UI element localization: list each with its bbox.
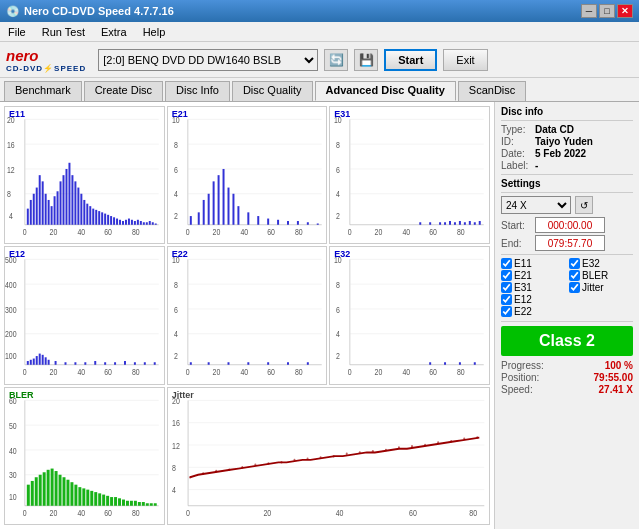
svg-text:20: 20 <box>212 227 220 237</box>
drive-refresh-button[interactable]: 🔄 <box>324 49 348 71</box>
svg-text:60: 60 <box>267 227 275 237</box>
svg-rect-159 <box>154 363 156 365</box>
speed-select[interactable]: 24 X 4 X8 X16 X24 X32 X40 X48 X <box>501 196 571 214</box>
svg-text:80: 80 <box>457 227 465 237</box>
checkbox-bler-input[interactable] <box>569 270 580 281</box>
save-button[interactable]: 💾 <box>354 49 378 71</box>
info-id-row: ID: Taiyo Yuden <box>501 136 633 147</box>
menu-help[interactable]: Help <box>139 24 170 40</box>
svg-rect-34 <box>77 188 79 225</box>
svg-rect-203 <box>459 363 461 365</box>
svg-rect-181 <box>267 363 269 365</box>
info-id-value: Taiyo Yuden <box>535 136 593 147</box>
svg-text:80: 80 <box>132 508 140 518</box>
svg-point-291 <box>424 443 426 445</box>
info-type-row: Type: Data CD <box>501 124 633 135</box>
start-time-input[interactable] <box>535 217 605 233</box>
svg-rect-81 <box>207 194 209 225</box>
svg-rect-50 <box>125 220 127 225</box>
svg-rect-82 <box>212 181 214 224</box>
svg-text:80: 80 <box>295 367 303 377</box>
svg-rect-51 <box>128 219 130 225</box>
svg-rect-224 <box>35 477 38 506</box>
svg-text:12: 12 <box>172 441 180 451</box>
svg-rect-243 <box>110 497 113 506</box>
checkbox-e32-input[interactable] <box>569 258 580 269</box>
maximize-button[interactable]: □ <box>599 4 615 18</box>
menu-extra[interactable]: Extra <box>97 24 131 40</box>
drive-select[interactable]: [2:0] BENQ DVD DD DW1640 BSLB <box>98 49 318 71</box>
svg-rect-32 <box>71 175 73 225</box>
svg-rect-78 <box>189 216 191 225</box>
svg-rect-149 <box>55 361 57 365</box>
svg-text:4: 4 <box>172 485 176 495</box>
menu-bar: File Run Test Extra Help <box>0 22 639 42</box>
svg-point-276 <box>228 468 230 470</box>
svg-point-280 <box>280 461 282 463</box>
checkbox-e22-input[interactable] <box>501 306 512 317</box>
svg-text:60: 60 <box>429 227 437 237</box>
svg-rect-54 <box>137 220 139 225</box>
tab-scan-disc[interactable]: ScanDisc <box>458 81 526 101</box>
chart-e32-title: E32 <box>334 249 350 259</box>
tab-advanced-disc-quality[interactable]: Advanced Disc Quality <box>315 81 456 101</box>
svg-rect-156 <box>124 361 126 365</box>
svg-rect-33 <box>74 181 76 224</box>
checkbox-e11-input[interactable] <box>501 258 512 269</box>
menu-run-test[interactable]: Run Test <box>38 24 89 40</box>
svg-point-283 <box>319 456 321 458</box>
menu-file[interactable]: File <box>4 24 30 40</box>
main-content: E11 20 16 12 8 4 0 20 40 60 <box>0 102 639 529</box>
end-time-input[interactable] <box>535 235 605 251</box>
app-icon: 💿 <box>6 5 20 18</box>
svg-rect-142 <box>30 360 32 365</box>
end-time-label: End: <box>501 238 531 249</box>
svg-rect-23 <box>45 194 47 225</box>
refresh-button[interactable]: ↺ <box>575 196 593 214</box>
chart-e31: E31 10 8 6 4 2 0 20 40 60 80 <box>329 106 490 244</box>
svg-text:2: 2 <box>174 351 178 361</box>
checkbox-empty1 <box>569 294 633 305</box>
checkbox-e31-input[interactable] <box>501 282 512 293</box>
svg-text:40: 40 <box>77 227 85 237</box>
svg-point-277 <box>241 466 243 468</box>
svg-text:40: 40 <box>403 227 411 237</box>
svg-point-286 <box>358 451 360 453</box>
svg-text:80: 80 <box>132 227 140 237</box>
svg-rect-86 <box>232 194 234 225</box>
svg-text:16: 16 <box>7 140 15 150</box>
svg-text:80: 80 <box>469 508 477 518</box>
start-button[interactable]: Start <box>384 49 437 71</box>
svg-point-295 <box>476 436 478 438</box>
checkbox-e32: E32 <box>569 258 633 269</box>
svg-rect-223 <box>31 481 34 506</box>
tab-create-disc[interactable]: Create Disc <box>84 81 163 101</box>
svg-text:20: 20 <box>212 367 220 377</box>
checkbox-jitter-input[interactable] <box>569 282 580 293</box>
tab-benchmark[interactable]: Benchmark <box>4 81 82 101</box>
chart-e12: E12 500 400 300 200 100 0 20 40 60 80 <box>4 246 165 384</box>
checkbox-e21-input[interactable] <box>501 270 512 281</box>
exit-button[interactable]: Exit <box>443 49 487 71</box>
svg-text:16: 16 <box>172 418 180 428</box>
checkbox-e12-input[interactable] <box>501 294 512 305</box>
svg-rect-222 <box>27 484 30 505</box>
tab-disc-info[interactable]: Disc Info <box>165 81 230 101</box>
svg-point-292 <box>437 441 439 443</box>
svg-text:0: 0 <box>348 227 352 237</box>
info-date-label: Date: <box>501 148 531 159</box>
svg-point-281 <box>293 458 295 460</box>
close-button[interactable]: ✕ <box>617 4 633 18</box>
svg-text:60: 60 <box>104 367 112 377</box>
title-bar-controls: ─ □ ✕ <box>581 4 633 18</box>
info-label-row: Label: - <box>501 160 633 171</box>
minimize-button[interactable]: ─ <box>581 4 597 18</box>
svg-text:6: 6 <box>336 165 340 175</box>
chart-e11-title: E11 <box>9 109 25 119</box>
tab-disc-quality[interactable]: Disc Quality <box>232 81 313 101</box>
svg-rect-85 <box>227 188 229 225</box>
checkbox-e31: E31 <box>501 282 565 293</box>
svg-rect-144 <box>36 356 38 365</box>
svg-rect-22 <box>42 181 44 224</box>
svg-text:60: 60 <box>104 227 112 237</box>
